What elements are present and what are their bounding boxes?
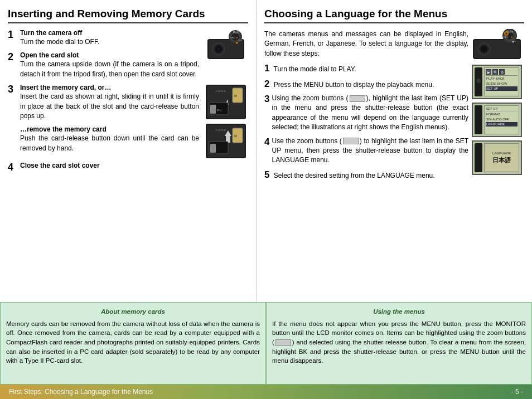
step-2-heading: Open the card slot xyxy=(20,51,79,59)
info-box-right-body: If the menu does not appear when you pre… xyxy=(272,319,526,366)
right-step-3: 3 Using the zoom buttons (), highlight t… xyxy=(264,94,468,133)
step-remove-number xyxy=(8,125,17,153)
step-2-content: Open the card slot Turn the camera upsid… xyxy=(20,51,199,79)
right-images-column: PLAY M REC OFF xyxy=(472,29,524,184)
step-remove-heading: …remove the memory card xyxy=(20,125,107,133)
left-card-images: IN FIN FUJIFILM xyxy=(204,84,248,159)
step-4-number: 4 xyxy=(8,162,17,174)
right-step-5-number: 5 xyxy=(264,169,269,180)
step-3-heading: Insert the memory card, or… xyxy=(20,84,111,91)
svg-point-44 xyxy=(481,46,487,52)
page-container: Inserting and Removing Memory Cards 1 Tu… xyxy=(0,0,532,399)
right-step-4-body: Use the zoom buttons () to highlight the… xyxy=(272,137,468,166)
svg-point-40 xyxy=(512,41,514,43)
zoom-btn-2 xyxy=(343,138,359,144)
step-1-number: 1 xyxy=(8,29,17,47)
right-step-2-number: 2 xyxy=(264,79,269,89)
info-box-left-body: Memory cards can be removed from the cam… xyxy=(6,319,260,366)
svg-text:IN: IN xyxy=(234,94,237,98)
camera-dial-icon: PLAY M REC OFF xyxy=(206,29,245,61)
step-4: 4 Close the card slot cover xyxy=(8,162,248,174)
left-section-title: Inserting and Removing Memory Cards xyxy=(8,8,248,23)
step-1-heading: Turn the camera off xyxy=(20,29,82,37)
footer-page: - 5 - xyxy=(511,388,523,396)
steps-3-remove-area: 3 Insert the memory card, or… Insert the… xyxy=(8,84,248,159)
step-3: 3 Insert the memory card, or… Insert the… xyxy=(8,84,199,121)
card-remove-icon: IN FUJIFILM xyxy=(205,123,247,159)
svg-text:FUJIFILM: FUJIFILM xyxy=(216,129,226,132)
svg-point-9 xyxy=(236,42,238,44)
right-step-3-number: 3 xyxy=(264,94,269,105)
right-step-5-body: Select the desired setting from the LANG… xyxy=(274,172,435,179)
svg-text:M: M xyxy=(236,36,238,39)
svg-text:IN: IN xyxy=(234,134,237,138)
step-remove: …remove the memory card Push the card-re… xyxy=(8,125,199,153)
step-remove-content: …remove the memory card Push the card-re… xyxy=(20,125,199,153)
svg-text:PLAY: PLAY xyxy=(233,31,240,34)
step-2: 2 Open the card slot Turn the camera ups… xyxy=(8,51,199,79)
step-1-body: Turn the mode dial to OFF. xyxy=(20,37,199,47)
svg-text:REC: REC xyxy=(504,36,509,38)
info-box-right: Using the menus If the menu does not app… xyxy=(266,302,532,385)
right-step-2-body: Press the MENU button to display the pla… xyxy=(274,81,434,89)
lang-menu-screen: LANGUAGE 日本語 xyxy=(472,140,522,175)
zoom-btn-3 xyxy=(275,339,291,346)
svg-text:FIN: FIN xyxy=(217,109,221,112)
step-3-number: 3 xyxy=(8,84,17,121)
right-step-4: 4 Use the zoom buttons () to highlight t… xyxy=(264,137,468,166)
right-steps-images: The cameras menus and messages can be di… xyxy=(264,29,524,184)
right-step-2: 2 Press the MENU button to display the p… xyxy=(264,79,468,90)
svg-text:FUJIFILM: FUJIFILM xyxy=(216,90,226,93)
step-2-body: Turn the camera upside down (if the came… xyxy=(20,60,199,79)
step-remove-body: Push the card-release button down until … xyxy=(20,134,199,153)
svg-point-13 xyxy=(217,47,220,51)
right-section-title: Choosing a Language for the Menus xyxy=(264,8,524,23)
card-insert-icon: IN FIN FUJIFILM xyxy=(205,84,247,120)
bottom-section: About memory cards Memory cards can be r… xyxy=(0,302,532,385)
svg-text:M: M xyxy=(511,36,512,38)
svg-rect-29 xyxy=(210,144,216,153)
right-step-1-body: Turn the mode dial to PLAY. xyxy=(274,65,356,73)
left-images-col: PLAY M REC OFF xyxy=(204,29,248,84)
right-camera-dial-icon: PLAY M REC OFF xyxy=(472,29,522,61)
footer: First Steps: Choosing a Language for the… xyxy=(0,385,532,399)
main-content: Inserting and Removing Memory Cards 1 Tu… xyxy=(0,0,532,302)
step-2-number: 2 xyxy=(8,51,17,79)
playback-menu-screen: ▶ 🔍 ⚙ PLAY BACK SLIDE SHOW SET UP xyxy=(472,65,522,99)
right-step-1: 1 Turn the mode dial to PLAY. xyxy=(264,63,468,74)
svg-rect-20 xyxy=(210,105,216,114)
steps-1-2-text: 1 Turn the camera off Turn the mode dial… xyxy=(8,29,199,84)
steps-1-2-area: 1 Turn the camera off Turn the mode dial… xyxy=(8,29,248,84)
svg-text:OFF: OFF xyxy=(238,40,242,42)
right-step-1-number: 1 xyxy=(264,63,269,74)
right-step-5: 5 Select the desired setting from the LA… xyxy=(264,169,468,181)
left-column: Inserting and Removing Memory Cards 1 Tu… xyxy=(0,0,257,302)
info-box-right-title: Using the menus xyxy=(272,307,526,317)
japanese-text: 日本語 xyxy=(492,156,511,164)
right-step-3-body: Using the zoom buttons (), highlight the… xyxy=(272,94,468,133)
right-step-4-number: 4 xyxy=(264,137,269,148)
footer-label: First Steps: Choosing a Language for the… xyxy=(9,388,153,396)
step-1-content: Turn the camera off Turn the mode dial t… xyxy=(20,29,199,47)
zoom-btn-1 xyxy=(350,95,365,102)
right-intro: The cameras menus and messages can be di… xyxy=(264,30,468,59)
right-steps-text: The cameras menus and messages can be di… xyxy=(264,29,468,184)
right-column: Choosing a Language for the Menus The ca… xyxy=(257,0,532,302)
setup-menu-screen: SET UP FORMAT 30s AUTO OFF LANGUAGE xyxy=(472,103,522,137)
step-4-content: Close the card slot cover xyxy=(20,162,248,174)
svg-text:REC: REC xyxy=(230,36,235,39)
step-4-heading: Close the card slot cover xyxy=(20,162,100,169)
step-3-content: Insert the memory card, or… Insert the c… xyxy=(20,84,199,121)
steps-3-remove-text: 3 Insert the memory card, or… Insert the… xyxy=(8,84,199,159)
info-box-left-title: About memory cards xyxy=(6,307,260,317)
info-box-left: About memory cards Memory cards can be r… xyxy=(0,302,266,385)
step-1: 1 Turn the camera off Turn the mode dial… xyxy=(8,29,199,47)
step-3-body: Insert the card as shown at right, slidi… xyxy=(20,92,199,121)
